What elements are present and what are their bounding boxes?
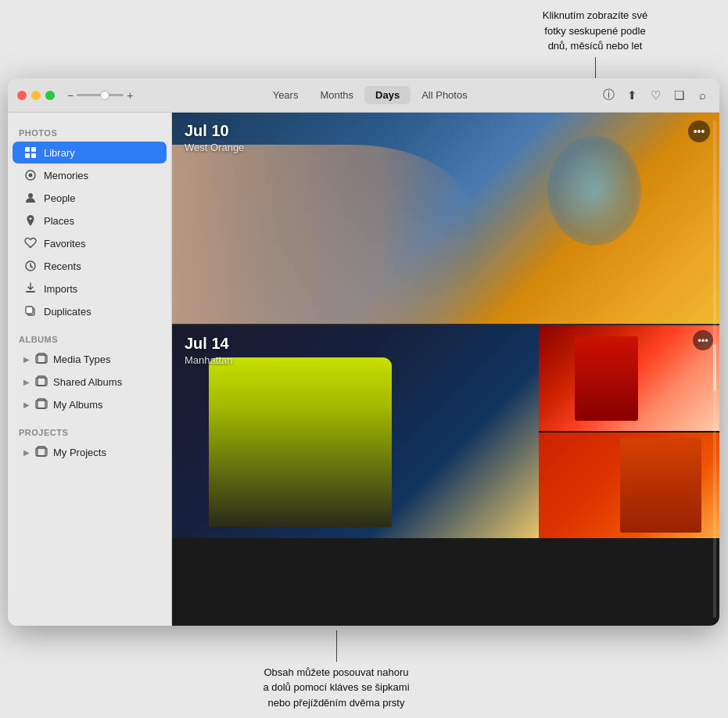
section2-date: Jul 14 bbox=[185, 335, 232, 353]
media-types-label: Media Types bbox=[53, 354, 110, 365]
library-label: Library bbox=[44, 147, 75, 159]
sidebar-item-duplicates[interactable]: Duplicates bbox=[13, 300, 167, 322]
copy-icon[interactable]: ❏ bbox=[671, 88, 687, 103]
content-area: Photos Library Memories People bbox=[8, 113, 719, 626]
traffic-lights bbox=[17, 91, 55, 100]
expand-arrow-projects: ▶ bbox=[23, 448, 30, 457]
recents-icon bbox=[23, 259, 38, 273]
svg-rect-8 bbox=[26, 291, 35, 293]
places-icon bbox=[23, 214, 38, 228]
svg-rect-3 bbox=[31, 153, 36, 158]
expand-arrow: ▶ bbox=[23, 355, 30, 364]
favorites-icon bbox=[23, 236, 38, 250]
imports-label: Imports bbox=[44, 283, 77, 295]
svg-rect-2 bbox=[25, 153, 30, 158]
sidebar-item-recents[interactable]: Recents bbox=[13, 255, 167, 277]
memories-icon bbox=[23, 168, 38, 182]
svg-rect-10 bbox=[26, 307, 33, 314]
maximize-button[interactable] bbox=[45, 91, 55, 100]
toolbar-icons: ⓘ ⬆ ♡ ❏ ⌕ bbox=[601, 88, 710, 103]
section1-location: West Orange bbox=[185, 142, 244, 153]
places-label: Places bbox=[44, 215, 74, 227]
slider-track[interactable] bbox=[77, 94, 124, 96]
app-window: − + Years Months Days All Photos ⓘ ⬆ ♡ ❏… bbox=[8, 78, 719, 626]
svg-point-6 bbox=[28, 193, 33, 198]
info-icon[interactable]: ⓘ bbox=[601, 88, 616, 103]
my-projects-label: My Projects bbox=[53, 447, 106, 458]
sidebar-item-my-projects[interactable]: ▶ My Projects bbox=[13, 441, 167, 463]
shared-albums-icon bbox=[34, 375, 48, 389]
library-icon bbox=[23, 145, 38, 160]
imports-icon bbox=[23, 282, 38, 296]
section1-photo[interactable] bbox=[172, 113, 719, 324]
duplicates-icon bbox=[23, 304, 38, 318]
section2-location: Manhattan bbox=[185, 354, 232, 366]
annotation-bottom: Obsah můžete posouvat nahoru a dolů pomo… bbox=[203, 630, 469, 711]
sidebar-item-shared-albums[interactable]: ▶ Shared Albums bbox=[13, 371, 167, 393]
my-albums-icon bbox=[34, 397, 48, 411]
section1-header: Jul 10 West Orange bbox=[185, 122, 244, 153]
sidebar-section-projects: Projects bbox=[8, 422, 171, 440]
section2-photo-top[interactable]: ••• bbox=[539, 325, 719, 431]
close-button[interactable] bbox=[17, 91, 27, 100]
share-icon[interactable]: ⬆ bbox=[624, 88, 640, 103]
recents-label: Recents bbox=[44, 260, 81, 272]
memories-label: Memories bbox=[44, 170, 88, 181]
view-tabs: Years Months Days All Photos bbox=[152, 86, 588, 104]
photo-section-jul14: Jul 14 Manhattan ••• bbox=[172, 324, 719, 538]
heart-icon[interactable]: ♡ bbox=[647, 88, 663, 103]
search-icon[interactable]: ⌕ bbox=[694, 88, 710, 103]
section2-grid: ••• bbox=[539, 325, 719, 538]
section2-main-photo[interactable]: Jul 14 Manhattan bbox=[172, 325, 539, 538]
zoom-minus-button[interactable]: − bbox=[67, 89, 74, 102]
my-albums-label: My Albums bbox=[53, 399, 103, 411]
sidebar-section-albums: Albums bbox=[8, 328, 171, 347]
expand-arrow-shared: ▶ bbox=[23, 378, 30, 386]
sidebar-item-my-albums[interactable]: ▶ My Albums bbox=[13, 393, 167, 415]
section1-more-button[interactable]: ••• bbox=[688, 120, 710, 142]
sidebar-item-memories[interactable]: Memories bbox=[13, 164, 167, 186]
section2-header: Jul 14 Manhattan bbox=[185, 335, 232, 366]
zoom-plus-button[interactable]: + bbox=[127, 89, 133, 102]
section1-date: Jul 10 bbox=[185, 122, 244, 140]
titlebar: − + Years Months Days All Photos ⓘ ⬆ ♡ ❏… bbox=[8, 78, 719, 113]
callout-line-bottom bbox=[336, 630, 337, 662]
people-icon bbox=[23, 191, 38, 205]
svg-rect-1 bbox=[31, 147, 36, 152]
sidebar-item-favorites[interactable]: Favorites bbox=[13, 232, 167, 254]
sidebar-item-people[interactable]: People bbox=[13, 187, 167, 209]
favorites-label: Favorites bbox=[44, 238, 85, 250]
scroll-thumb[interactable] bbox=[713, 344, 716, 391]
shared-albums-label: Shared Albums bbox=[53, 376, 122, 388]
scrollbar[interactable] bbox=[713, 120, 716, 618]
minimize-button[interactable] bbox=[31, 91, 41, 100]
media-types-icon bbox=[34, 352, 48, 366]
tab-all-photos[interactable]: All Photos bbox=[411, 86, 479, 104]
svg-point-5 bbox=[29, 174, 33, 178]
people-label: People bbox=[44, 192, 75, 204]
duplicates-label: Duplicates bbox=[44, 306, 91, 318]
sidebar-section-photos: Photos bbox=[8, 122, 171, 141]
tab-years[interactable]: Years bbox=[262, 86, 310, 104]
section2-photo-bottom[interactable] bbox=[539, 433, 719, 538]
sidebar: Photos Library Memories People bbox=[8, 113, 172, 626]
sidebar-item-places[interactable]: Places bbox=[13, 210, 167, 232]
sidebar-item-imports[interactable]: Imports bbox=[13, 278, 167, 300]
zoom-slider: − + bbox=[67, 89, 133, 102]
expand-arrow-albums: ▶ bbox=[23, 400, 30, 409]
slider-thumb[interactable] bbox=[100, 91, 109, 100]
tab-days[interactable]: Days bbox=[364, 86, 411, 104]
my-projects-icon bbox=[34, 445, 48, 459]
photo-main-area: Jul 10 West Orange ••• Jul 14 Manhattan … bbox=[172, 113, 719, 626]
photo-section-jul10: Jul 10 West Orange ••• bbox=[172, 113, 719, 324]
sidebar-item-library[interactable]: Library bbox=[13, 142, 167, 163]
section2-more-button[interactable]: ••• bbox=[693, 330, 713, 350]
sidebar-item-media-types[interactable]: ▶ Media Types bbox=[13, 348, 167, 370]
tab-months[interactable]: Months bbox=[309, 86, 364, 104]
svg-rect-0 bbox=[25, 147, 30, 152]
